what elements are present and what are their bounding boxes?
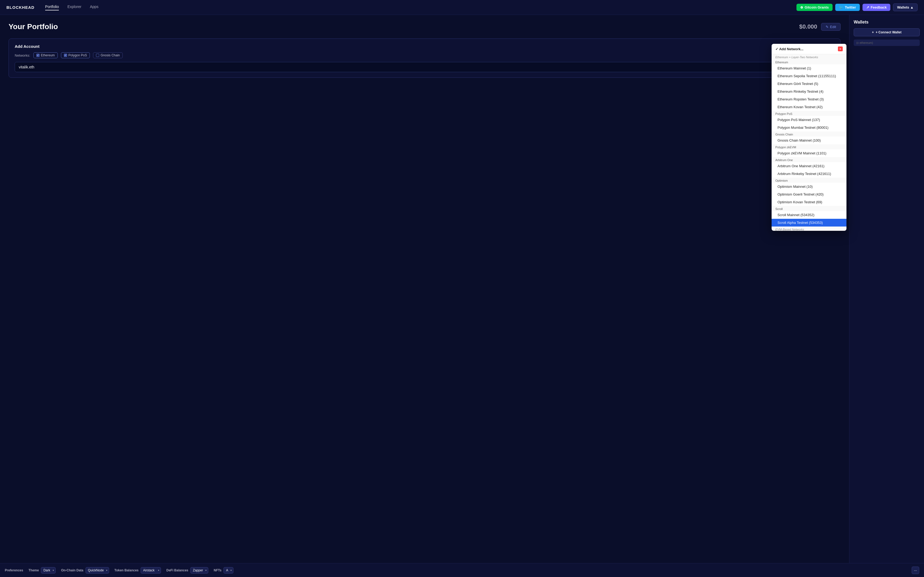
dropdown-item[interactable]: Optimism Mainnet (10): [772, 183, 846, 190]
dropdown-item[interactable]: Gnosis Chain Mainnet (100): [772, 137, 846, 144]
nav-apps[interactable]: Apps: [90, 5, 99, 10]
polygon-group-header: Polygon PoS: [772, 111, 846, 116]
dropdown-item[interactable]: Ethereum Görli Testnet (5): [772, 80, 846, 88]
arbitrum-group-header: Arbitrum One: [772, 157, 846, 162]
defi-select[interactable]: Zapper Zerion: [191, 567, 208, 574]
gitcoin-button[interactable]: ⊕ Gitcoin Grants: [796, 4, 833, 11]
edit-button[interactable]: ✎ Edit: [821, 23, 841, 31]
wallet-hint: (c ethereum): [854, 40, 920, 46]
portfolio-controls: $0.000 ✎ Edit: [799, 23, 841, 31]
on-chain-select[interactable]: QuickNode Alchemy Infura: [86, 567, 109, 574]
gnosis-group-header: Gnosis Chain: [772, 131, 846, 137]
portfolio-value: $0.000: [799, 23, 817, 30]
section-header-evm: EVM-Based Networks: [772, 227, 846, 231]
feedback-button[interactable]: ↗ Feedback: [863, 4, 890, 11]
dropdown-item[interactable]: Ethereum Mainnet (1): [772, 64, 846, 72]
portfolio-area: Your Portfolio $0.000 ✎ Edit Add Account…: [0, 15, 849, 563]
token-select[interactable]: Airstack Covalent: [141, 567, 161, 574]
dropdown-item-selected[interactable]: Scroll Alpha Testnet (534353): [772, 219, 846, 227]
add-account-title: Add Account: [15, 44, 834, 48]
dropdown-item[interactable]: Ethereum Kovan Testnet (42): [772, 103, 846, 111]
ens-input[interactable]: [15, 62, 834, 72]
network-chip-polygon[interactable]: ✓ Polygon PoS: [61, 52, 90, 58]
nft-select-wrap: A: [223, 567, 233, 574]
section-header-eth: Ethereum + Layer-Two Networks: [772, 54, 846, 59]
nft-select[interactable]: A: [223, 567, 233, 574]
zkevm-group-header: Polygon zkEVM: [772, 144, 846, 149]
polygon-checkbox: ✓: [64, 54, 67, 57]
dropdown-item[interactable]: Polygon Mumbai Testnet (80001): [772, 124, 846, 131]
defi-select-wrap: Zapper Zerion: [191, 567, 208, 574]
feedback-icon: ↗: [866, 5, 869, 9]
dropdown-item[interactable]: Ethereum Sepolia Testnet (11155111): [772, 72, 846, 80]
dropdown-item[interactable]: Scroll Mainnet (534352): [772, 211, 846, 219]
dropdown-item[interactable]: Optimism Kovan Testnet (69): [772, 198, 846, 206]
on-chain-select-wrap: QuickNode Alchemy Infura: [86, 567, 109, 574]
wallets-button[interactable]: Wallets ▲: [893, 3, 918, 11]
theme-select-wrap: Dark Light: [41, 567, 56, 574]
nav-links: Portfolio Explorer Apps: [45, 5, 796, 10]
network-dropdown: ✓ Add Network... × Ethereum + Layer-Two …: [772, 44, 846, 231]
ethereum-checkbox: ✓: [36, 54, 40, 57]
dropdown-item[interactable]: Optimism Goerli Testnet (420): [772, 190, 846, 198]
nav-right: ⊕ Gitcoin Grants 🐦 Twitter ↗ Feedback Wa…: [796, 3, 918, 11]
edit-icon: ✎: [825, 25, 829, 29]
dropdown-close-button[interactable]: ×: [838, 47, 843, 51]
navbar: BLOCKHEAD Portfolio Explorer Apps ⊕ Gitc…: [0, 0, 924, 15]
brand-logo: BLOCKHEAD: [6, 5, 34, 10]
nav-portfolio[interactable]: Portfolio: [45, 5, 59, 10]
plus-icon: +: [872, 31, 874, 34]
dropdown-item[interactable]: Arbitrum One Mainnet (42161): [772, 162, 846, 170]
nav-explorer[interactable]: Explorer: [67, 5, 81, 10]
token-select-wrap: Airstack Covalent: [141, 567, 161, 574]
add-account-card: Add Account Networks: ✓ Ethereum ✓ Polyg…: [8, 39, 841, 78]
preferences-label: Preferences: [5, 569, 23, 572]
scroll-group-header: Scroll: [772, 206, 846, 211]
theme-select[interactable]: Dark Light: [41, 567, 56, 574]
connect-wallet-button[interactable]: + + Connect Wallet: [854, 28, 920, 36]
gnosis-checkbox: [96, 54, 99, 57]
portfolio-header: Your Portfolio $0.000 ✎ Edit: [8, 23, 841, 31]
twitter-button[interactable]: 🐦 Twitter: [835, 4, 860, 11]
network-chip-gnosis[interactable]: Gnosis Chain: [93, 52, 123, 58]
add-network-option[interactable]: ✓ Add Network...: [775, 47, 803, 51]
networks-row: Networks: ✓ Ethereum ✓ Polygon PoS Gnosi…: [15, 52, 834, 58]
ethereum-label: Ethereum: [41, 53, 55, 57]
wallets-panel: Wallets + + Connect Wallet (c ethereum): [849, 15, 924, 563]
on-chain-group: On-Chain Data QuickNode Alchemy Infura: [61, 567, 109, 574]
bottom-bar: Preferences Theme Dark Light On-Chain Da…: [0, 563, 924, 577]
page-title: Your Portfolio: [8, 23, 58, 31]
main-content: Your Portfolio $0.000 ✎ Edit Add Account…: [0, 15, 924, 563]
dropdown-item[interactable]: Ethereum Rinkeby Testnet (4): [772, 88, 846, 95]
dropdown-item[interactable]: Arbitrum Rinkeby Testnet (421611): [772, 170, 846, 177]
polygon-label: Polygon PoS: [68, 53, 87, 57]
defi-balances-label: DeFi Balances: [166, 569, 188, 572]
nft-group: NFTs A: [213, 567, 233, 574]
dropdown-item[interactable]: Ethereum Ropsten Testnet (3): [772, 95, 846, 103]
eth-group-header: Ethereum: [772, 59, 846, 64]
dropdown-item[interactable]: Polygon PoS Mainnet (137): [772, 116, 846, 124]
more-options-button[interactable]: ···: [912, 567, 919, 574]
gnosis-label: Gnosis Chain: [100, 53, 120, 57]
dropdown-item[interactable]: Polygon zkEVM Mainnet (1101): [772, 149, 846, 157]
token-balances-label: Token Balances: [115, 569, 139, 572]
on-chain-label: On-Chain Data: [61, 569, 83, 572]
theme-group: Theme Dark Light: [29, 567, 56, 574]
dropdown-header: ✓ Add Network... ×: [772, 44, 846, 54]
optimism-group-header: Optimism: [772, 177, 846, 183]
theme-label: Theme: [29, 569, 39, 572]
token-balances-group: Token Balances Airstack Covalent: [115, 567, 161, 574]
nft-label: NFTs: [213, 569, 221, 572]
gitcoin-icon: ⊕: [800, 5, 803, 9]
networks-label: Networks:: [15, 53, 30, 57]
defi-balances-group: DeFi Balances Zapper Zerion: [166, 567, 208, 574]
twitter-icon: 🐦: [839, 5, 843, 9]
network-chip-ethereum[interactable]: ✓ Ethereum: [34, 52, 58, 58]
wallets-panel-title: Wallets: [854, 20, 920, 24]
